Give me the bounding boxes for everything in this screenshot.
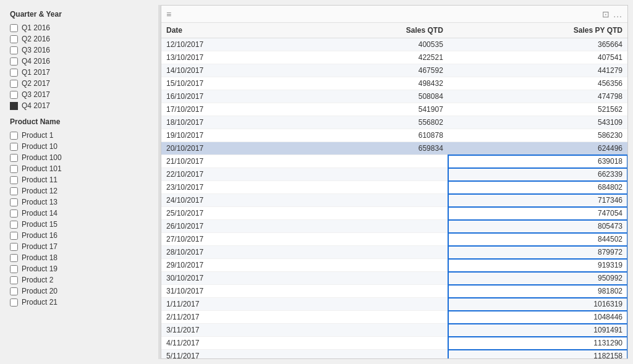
product-filter-item-0[interactable]: Product 1 <box>10 130 153 141</box>
filter-item-label: Product 1 <box>22 131 53 140</box>
checkbox-input[interactable] <box>10 265 18 273</box>
table-row[interactable]: 30/10/2017950992 <box>161 272 627 285</box>
table-row[interactable]: 15/10/2017498432456356 <box>161 77 627 90</box>
product-filter-item-1[interactable]: Product 10 <box>10 141 153 152</box>
drag-handle-icon[interactable]: ≡ <box>166 9 171 19</box>
table-row[interactable]: 21/10/2017639018 <box>161 155 627 168</box>
filter-item-label: Product 13 <box>22 198 57 206</box>
product-filter-item-15[interactable]: Product 21 <box>10 297 153 308</box>
quarter-filter-item-4[interactable]: Q1 2017 <box>10 67 153 78</box>
table-row[interactable]: 4/11/20171131290 <box>161 337 627 350</box>
filter-item-label: Q1 2017 <box>22 68 50 77</box>
table-row[interactable]: 13/10/2017422521407541 <box>161 51 627 64</box>
table-row[interactable]: 25/10/2017747054 <box>161 207 627 220</box>
checkbox-input[interactable] <box>10 287 18 295</box>
table-row[interactable]: 24/10/2017717346 <box>161 194 627 207</box>
quarter-filter-item-2[interactable]: Q3 2016 <box>10 44 153 56</box>
table-row[interactable]: 2/11/20171048446 <box>161 311 627 324</box>
checkbox-input[interactable] <box>10 24 18 32</box>
main-container: Quarter & Year Q1 2016Q2 2016Q3 2016Q4 2… <box>0 0 633 364</box>
quarter-filter-item-6[interactable]: Q3 2017 <box>10 89 153 100</box>
checkbox-input[interactable] <box>10 221 18 229</box>
cell-date: 17/10/2017 <box>161 103 305 116</box>
table-row[interactable]: 3/11/20171091491 <box>161 324 627 337</box>
table-row[interactable]: 26/10/2017805473 <box>161 220 627 233</box>
table-row[interactable]: 5/11/20171182158 <box>161 350 627 359</box>
checkbox-input[interactable] <box>10 143 18 151</box>
product-filter-item-3[interactable]: Product 101 <box>10 163 153 174</box>
table-row[interactable]: 28/10/2017879972 <box>161 246 627 259</box>
cell-date: 1/11/2017 <box>161 298 305 311</box>
table-row[interactable]: 19/10/2017610878586230 <box>161 129 627 142</box>
cell-sales-py-qtd: 474798 <box>448 90 627 103</box>
cell-sales-qtd <box>305 233 448 246</box>
checkbox-input[interactable] <box>10 80 18 88</box>
checkbox-input[interactable] <box>10 91 18 99</box>
checkbox-input[interactable] <box>10 176 18 184</box>
product-filter-item-14[interactable]: Product 20 <box>10 286 153 297</box>
cell-sales-qtd: 422521 <box>305 51 448 64</box>
quarter-filter-item-7[interactable]: Q4 2017 <box>10 100 153 111</box>
checkbox-input[interactable] <box>10 198 18 206</box>
checkbox-input[interactable] <box>10 232 18 240</box>
product-filter-item-5[interactable]: Product 12 <box>10 185 153 197</box>
checkbox-input[interactable] <box>10 69 18 77</box>
checkbox-input[interactable] <box>10 35 18 43</box>
product-filter-item-10[interactable]: Product 17 <box>10 241 153 252</box>
table-row[interactable]: 18/10/2017556802543109 <box>161 116 627 129</box>
cell-date: 21/10/2017 <box>161 155 305 168</box>
more-options-icon[interactable]: ... <box>613 9 622 19</box>
quarter-filter-item-0[interactable]: Q1 2016 <box>10 22 153 33</box>
cell-sales-py-qtd: 456356 <box>448 77 627 90</box>
checkbox-input[interactable] <box>10 210 18 218</box>
table-row[interactable]: 31/10/2017981802 <box>161 285 627 298</box>
table-container[interactable]: Date Sales QTD Sales PY QTD 12/10/201740… <box>161 23 627 358</box>
product-filter-item-2[interactable]: Product 100 <box>10 152 153 163</box>
table-row[interactable]: 12/10/2017400535365664 <box>161 38 627 51</box>
table-row[interactable]: 29/10/2017919319 <box>161 259 627 272</box>
product-filter-item-9[interactable]: Product 16 <box>10 230 153 241</box>
filter-item-label: Q3 2017 <box>22 90 50 99</box>
product-filter-item-7[interactable]: Product 14 <box>10 208 153 219</box>
product-filter-list: Product 1Product 10Product 100Product 10… <box>10 130 153 308</box>
cell-sales-py-qtd: 747054 <box>448 207 627 220</box>
product-filter-item-12[interactable]: Product 19 <box>10 263 153 274</box>
table-row[interactable]: 14/10/2017467592441279 <box>161 64 627 77</box>
cell-sales-py-qtd: 1182158 <box>448 350 627 359</box>
quarter-filter-item-5[interactable]: Q2 2017 <box>10 78 153 89</box>
product-filter-item-11[interactable]: Product 18 <box>10 252 153 263</box>
table-row[interactable]: 1/11/20171016319 <box>161 298 627 311</box>
checkbox-input[interactable] <box>10 132 18 140</box>
product-filter-item-4[interactable]: Product 11 <box>10 174 153 185</box>
cell-sales-py-qtd: 919319 <box>448 259 627 272</box>
quarter-filter-item-3[interactable]: Q4 2016 <box>10 56 153 67</box>
cell-date: 15/10/2017 <box>161 77 305 90</box>
quarter-year-title: Quarter & Year <box>10 10 153 19</box>
table-row[interactable]: 27/10/2017844502 <box>161 233 627 246</box>
checkbox-input[interactable] <box>10 57 18 66</box>
cell-sales-qtd <box>305 220 448 233</box>
checkbox-input[interactable] <box>10 187 18 195</box>
product-name-title: Product Name <box>10 117 153 126</box>
checkbox-input[interactable] <box>10 154 18 162</box>
cell-sales-py-qtd: 1131290 <box>448 337 627 350</box>
table-row[interactable]: 23/10/2017684802 <box>161 181 627 194</box>
filter-item-label: Q4 2017 <box>22 101 50 110</box>
cell-sales-qtd <box>305 311 448 324</box>
table-row[interactable]: 22/10/2017662339 <box>161 168 627 181</box>
quarter-filter-item-1[interactable]: Q2 2016 <box>10 33 153 44</box>
expand-icon[interactable]: ⊡ <box>602 9 610 19</box>
product-filter-item-8[interactable]: Product 15 <box>10 219 153 230</box>
checkbox-input[interactable] <box>10 254 18 262</box>
checkbox-input[interactable] <box>10 165 18 173</box>
checkbox-input[interactable] <box>10 276 18 284</box>
checkbox-input[interactable] <box>10 46 18 54</box>
filter-item-label: Product 21 <box>22 298 57 307</box>
product-filter-item-6[interactable]: Product 13 <box>10 197 153 208</box>
table-row[interactable]: 16/10/2017508084474798 <box>161 90 627 103</box>
table-row[interactable]: 20/10/2017659834624496 <box>161 142 627 155</box>
checkbox-input[interactable] <box>10 243 18 251</box>
product-filter-item-13[interactable]: Product 2 <box>10 274 153 286</box>
checkbox-input[interactable] <box>10 298 18 307</box>
table-row[interactable]: 17/10/2017541907521562 <box>161 103 627 116</box>
